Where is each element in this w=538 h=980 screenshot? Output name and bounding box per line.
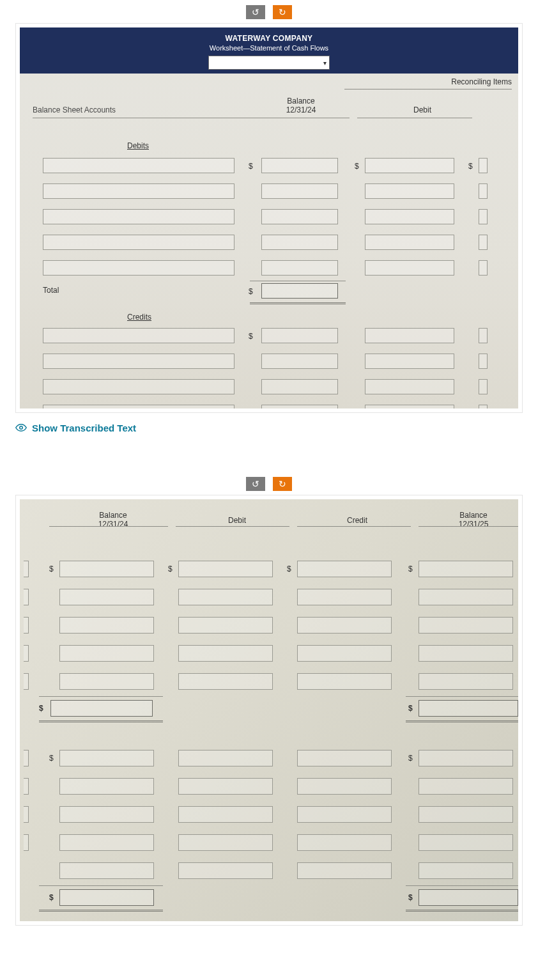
balance24-input[interactable] [59,834,154,851]
balance-input[interactable] [261,183,338,199]
credit-input[interactable] [297,750,392,766]
image-card-1: WATERWAY COMPANY Worksheet—Statement of … [15,23,523,413]
total-topline [250,281,346,281]
account-input[interactable] [43,183,234,199]
col-balance-line1: Balance [287,97,314,105]
balance24-input[interactable] [59,673,154,690]
rotate-right-button[interactable]: ↻ [273,5,292,19]
account-input[interactable] [43,209,234,224]
balance25-input[interactable] [419,673,513,690]
credit-input[interactable] [297,834,392,851]
account-input[interactable] [43,405,234,408]
balance24-input[interactable] [59,645,154,662]
account-input[interactable] [43,379,234,394]
credit-input-partial[interactable] [479,158,488,173]
hdr-underline [297,526,411,527]
balance24-input[interactable] [59,778,154,795]
total-balance-input[interactable] [261,283,338,299]
total-double-rule [406,720,518,722]
total-balance25-input[interactable] [419,889,518,906]
credit-input-partial[interactable] [479,405,488,408]
balance-input[interactable] [261,379,338,394]
debit-input[interactable] [178,673,273,690]
account-input[interactable] [43,260,234,276]
balance24-input[interactable] [59,561,154,577]
balance25-input[interactable] [419,834,513,851]
credit-input[interactable] [297,589,392,605]
debit-input[interactable] [365,354,454,369]
show-transcribed-link[interactable]: Show Transcribed Text [15,422,523,433]
balance-input[interactable] [261,158,338,173]
balance-input[interactable] [261,354,338,369]
debit-input[interactable] [365,260,454,276]
balance25-input[interactable] [419,617,513,634]
balance25-input[interactable] [419,778,513,795]
rotate-right-button[interactable]: ↻ [273,477,292,491]
balance24-input[interactable] [59,862,154,879]
credit-input[interactable] [297,862,392,879]
account-input[interactable] [43,328,234,343]
credit-input-partial[interactable] [479,209,488,224]
period-select[interactable]: ▾ [208,56,330,70]
account-input[interactable] [43,158,234,173]
balance24-input[interactable] [59,750,154,766]
debit-input[interactable] [365,158,454,173]
svg-point-0 [20,426,23,430]
hdr-underline [419,526,518,527]
debit-input[interactable] [365,379,454,394]
credit-input-partial[interactable] [479,328,488,343]
total-balance24-input[interactable] [50,700,153,717]
debit-input[interactable] [365,328,454,343]
rotate-left-button[interactable]: ↺ [246,477,265,491]
row-stub [24,750,29,766]
balance-input[interactable] [261,235,338,250]
total-double-rule [250,302,346,304]
debit-input[interactable] [178,645,273,662]
balance25-input[interactable] [419,862,513,879]
balance25-input[interactable] [419,561,513,577]
balance25-input[interactable] [419,750,513,766]
debit-input[interactable] [178,862,273,879]
balance24-input[interactable] [59,806,154,823]
account-input[interactable] [43,235,234,250]
row-stub [24,673,29,690]
credit-input-partial[interactable] [479,235,488,250]
debit-input[interactable] [365,235,454,250]
total-balance25-input[interactable] [419,700,518,717]
debit-input[interactable] [178,806,273,823]
debit-input[interactable] [178,561,273,577]
credit-input-partial[interactable] [479,379,488,394]
credit-input[interactable] [297,561,392,577]
debit-input[interactable] [178,750,273,766]
debit-input[interactable] [178,589,273,605]
credit-input-partial[interactable] [479,354,488,369]
credit-input-partial[interactable] [479,260,488,276]
balance24-input[interactable] [59,617,154,634]
account-input[interactable] [43,354,234,369]
debit-input[interactable] [178,778,273,795]
debit-input[interactable] [365,209,454,224]
col-balance-label: Balance 12/31/24 [263,97,339,114]
credit-input-partial[interactable] [479,183,488,199]
balance25-input[interactable] [419,806,513,823]
credit-input[interactable] [297,806,392,823]
credit-input[interactable] [297,645,392,662]
debit-input[interactable] [178,617,273,634]
balance-input[interactable] [261,209,338,224]
credit-input[interactable] [297,778,392,795]
total-balance24-input[interactable] [59,889,154,906]
balance-input[interactable] [261,405,338,408]
balance25-input[interactable] [419,645,513,662]
image-card-2: Balance 12/31/24 Debit Credit Balance 12… [15,495,523,926]
rotate-left-button[interactable]: ↺ [246,5,265,19]
debit-input[interactable] [365,183,454,199]
debit-input[interactable] [178,834,273,851]
debit-input[interactable] [365,405,454,408]
balance24-input[interactable] [59,589,154,605]
balance25-input[interactable] [419,589,513,605]
col-balance24-l2: 12/31/24 [98,520,128,529]
credit-input[interactable] [297,617,392,634]
balance-input[interactable] [261,260,338,276]
credit-input[interactable] [297,673,392,690]
balance-input[interactable] [261,328,338,343]
